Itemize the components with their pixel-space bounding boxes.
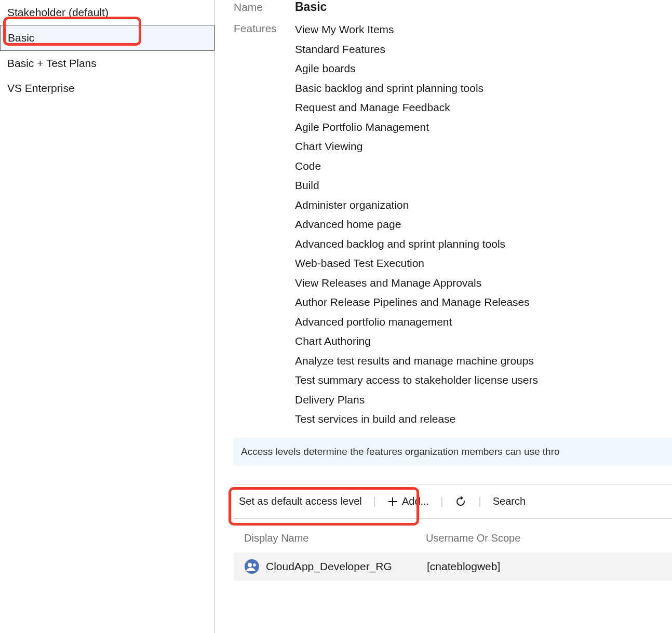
feature-item: Analyze test results and manage machine … bbox=[295, 353, 672, 369]
info-banner: Access levels determine the features org… bbox=[234, 438, 672, 466]
features-list: View My Work ItemsStandard FeaturesAgile… bbox=[295, 21, 672, 430]
set-default-button[interactable]: Set as default access level bbox=[239, 495, 362, 507]
column-display-name[interactable]: Display Name bbox=[244, 532, 426, 544]
feature-item: Agile boards bbox=[295, 60, 672, 77]
feature-item: Standard Features bbox=[295, 41, 672, 58]
feature-item: Basic backlog and sprint planning tools bbox=[295, 80, 672, 97]
feature-item: Author Release Pipelines and Manage Rele… bbox=[295, 294, 672, 311]
sidebar-item-basic-test-plans[interactable]: Basic + Test Plans bbox=[0, 51, 214, 76]
plus-icon bbox=[387, 496, 398, 507]
cell-display-name: CloudApp_Developer_RG bbox=[266, 560, 427, 573]
search-button[interactable]: Search bbox=[493, 495, 526, 507]
refresh-icon bbox=[454, 495, 467, 508]
feature-item: Agile Portfolio Management bbox=[295, 119, 672, 136]
feature-item: Chart Viewing bbox=[295, 138, 672, 155]
table-row[interactable]: CloudApp_Developer_RG [cnateblogweb] bbox=[234, 553, 672, 581]
feature-item: Build bbox=[295, 177, 672, 194]
add-button[interactable]: Add... bbox=[387, 495, 429, 507]
feature-item: Web-based Test Execution bbox=[295, 255, 672, 272]
features-label: Features bbox=[234, 21, 295, 430]
name-label: Name bbox=[234, 0, 295, 14]
sidebar-item-stakeholder[interactable]: Stakeholder (default) bbox=[0, 0, 214, 25]
group-icon bbox=[244, 559, 260, 574]
feature-item: Test summary access to stakeholder licen… bbox=[295, 372, 672, 388]
separator: | bbox=[440, 495, 443, 507]
table-header: Display Name Username Or Scope bbox=[234, 519, 672, 553]
svg-point-1 bbox=[248, 563, 252, 567]
sidebar-item-basic[interactable]: Basic bbox=[0, 25, 214, 51]
access-level-sidebar: Stakeholder (default) Basic Basic + Test… bbox=[0, 0, 215, 633]
main-panel: Name Basic Features View My Work ItemsSt… bbox=[215, 0, 672, 633]
feature-item: Advanced backlog and sprint planning too… bbox=[295, 236, 672, 252]
refresh-button[interactable] bbox=[454, 495, 467, 508]
feature-item: View Releases and Manage Approvals bbox=[295, 275, 672, 291]
separator: | bbox=[478, 495, 481, 507]
svg-point-0 bbox=[245, 559, 259, 574]
sidebar-item-vs-enterprise[interactable]: VS Enterprise bbox=[0, 76, 214, 101]
feature-item: Advanced portfolio management bbox=[295, 314, 672, 330]
name-value: Basic bbox=[295, 0, 672, 14]
add-label: Add... bbox=[402, 495, 429, 507]
cell-username: [cnateblogweb] bbox=[427, 560, 667, 573]
feature-item: Administer organization bbox=[295, 197, 672, 213]
feature-item: Delivery Plans bbox=[295, 392, 672, 408]
svg-point-2 bbox=[253, 563, 256, 567]
feature-item: Test services in build and release bbox=[295, 411, 672, 427]
column-username-scope[interactable]: Username Or Scope bbox=[426, 532, 667, 544]
feature-item: Advanced home page bbox=[295, 216, 672, 233]
feature-item: Code bbox=[295, 158, 672, 174]
separator: | bbox=[373, 495, 376, 507]
feature-item: Request and Manage Feedback bbox=[295, 99, 672, 116]
feature-item: View My Work Items bbox=[295, 21, 672, 38]
feature-item: Chart Authoring bbox=[295, 333, 672, 349]
toolbar: Set as default access level | Add... | |… bbox=[234, 484, 672, 519]
